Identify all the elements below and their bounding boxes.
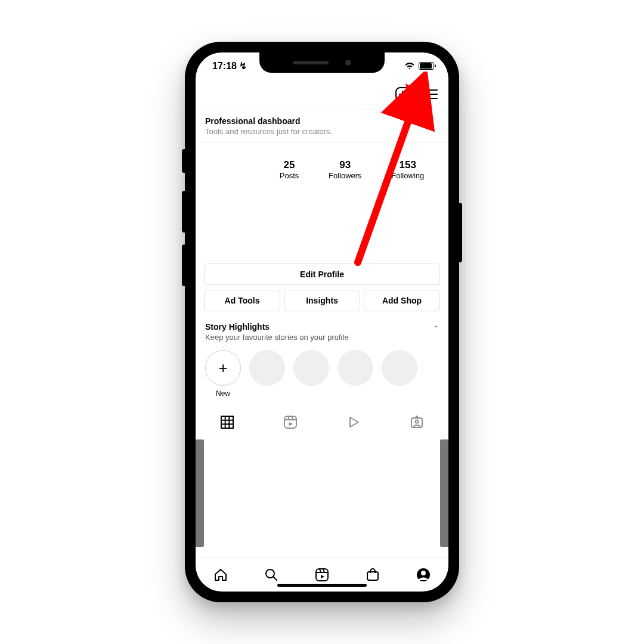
ad-tools-button[interactable]: Ad Tools — [204, 290, 280, 311]
nav-reels[interactable] — [313, 566, 331, 584]
avatar-placeholder[interactable] — [205, 151, 265, 180]
svg-rect-11 — [284, 416, 296, 428]
reels-icon — [283, 415, 298, 429]
stat-following-label: Following — [391, 171, 424, 180]
insights-button[interactable]: Insights — [284, 290, 360, 311]
highlight-placeholder[interactable] — [249, 350, 285, 398]
stat-posts-count: 25 — [280, 159, 299, 171]
status-time: 17:18 ↯ — [212, 60, 247, 72]
bio-area — [196, 180, 448, 264]
highlight-placeholder[interactable] — [293, 350, 329, 398]
phone-side-button — [459, 203, 462, 262]
plus-square-icon — [395, 86, 410, 102]
tab-grid[interactable] — [212, 413, 242, 431]
search-icon — [264, 567, 279, 583]
phone-screen: 17:18 ↯ Professional dashboard Tools and… — [196, 52, 448, 592]
phone-side-button — [182, 149, 185, 173]
stat-followers-label: Followers — [329, 171, 362, 180]
home-icon — [213, 567, 228, 583]
profile-content-tabs — [196, 405, 448, 436]
phone-notch — [259, 52, 385, 73]
highlight-placeholder[interactable] — [382, 350, 417, 398]
profile-topnav — [196, 79, 448, 110]
dashboard-title: Professional dashboard — [205, 116, 439, 126]
highlights-title: Story Highlights — [205, 322, 439, 332]
stat-following[interactable]: 153 Following — [391, 159, 424, 180]
menu-button[interactable] — [422, 85, 440, 103]
svg-rect-19 — [316, 569, 328, 581]
phone-side-button — [182, 244, 185, 286]
svg-point-16 — [416, 420, 419, 423]
shop-icon — [365, 567, 380, 583]
battery-icon — [419, 62, 434, 70]
chevron-up-icon[interactable]: ⌃ — [433, 324, 439, 333]
play-icon — [346, 415, 361, 429]
wifi-icon — [404, 61, 415, 70]
nav-search[interactable] — [262, 566, 280, 584]
nav-profile[interactable] — [414, 566, 432, 584]
phone-side-button — [182, 191, 185, 233]
stat-followers[interactable]: 93 Followers — [329, 159, 362, 180]
svg-rect-6 — [221, 416, 233, 428]
highlight-placeholder[interactable] — [338, 350, 373, 398]
tab-reels[interactable] — [275, 413, 305, 431]
nav-home[interactable] — [212, 566, 230, 584]
stat-posts[interactable]: 25 Posts — [280, 159, 299, 180]
stat-following-count: 153 — [391, 159, 424, 171]
profile-action-buttons: Edit Profile Ad Tools Insights Add Shop — [196, 264, 448, 311]
highlights-subtitle: Keep your favourite stories on your prof… — [205, 333, 439, 342]
profile-icon — [416, 567, 431, 583]
add-shop-button[interactable]: Add Shop — [364, 290, 440, 311]
svg-rect-23 — [367, 572, 378, 580]
home-indicator — [277, 584, 367, 587]
stat-posts-label: Posts — [280, 171, 299, 180]
stat-followers-count: 93 — [329, 159, 362, 171]
tab-video[interactable] — [339, 413, 369, 431]
feed-preview-edges — [196, 439, 448, 547]
tab-tagged[interactable] — [402, 413, 432, 431]
hamburger-icon — [423, 88, 439, 101]
story-highlights-section: Story Highlights Keep your favourite sto… — [196, 311, 448, 405]
reels-icon — [314, 567, 330, 583]
nav-shop[interactable] — [364, 566, 382, 584]
plus-icon: + — [205, 350, 241, 386]
dashboard-subtitle: Tools and resources just for creators. — [205, 127, 439, 136]
svg-point-25 — [421, 571, 426, 575]
create-post-button[interactable] — [394, 85, 411, 103]
phone-frame: 17:18 ↯ Professional dashboard Tools and… — [185, 42, 459, 602]
professional-dashboard-bar[interactable]: Professional dashboard Tools and resourc… — [196, 110, 448, 143]
highlight-add-new[interactable]: + New — [205, 350, 241, 398]
tagged-icon — [410, 415, 424, 429]
highlight-new-label: New — [216, 389, 230, 398]
svg-line-18 — [273, 577, 277, 580]
grid-icon — [220, 415, 234, 429]
profile-header-row: 25 Posts 93 Followers 153 Following — [196, 143, 448, 180]
edit-profile-button[interactable]: Edit Profile — [204, 264, 440, 285]
